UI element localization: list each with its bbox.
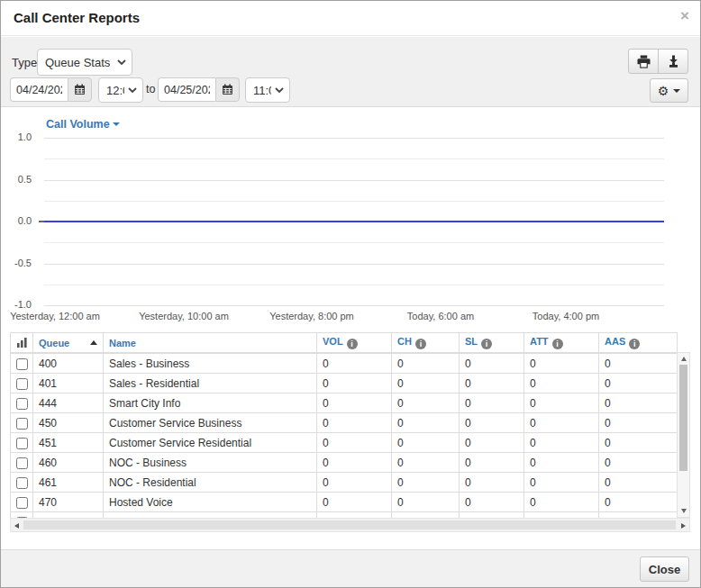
dialog-footer: Close [1,549,700,587]
cell-vol: 0 [317,413,392,433]
column-header-aas[interactable]: AASi [599,333,678,353]
table-row: 461 NOC - Residential 0 0 0 0 0 [11,473,678,493]
start-date-input[interactable] [10,77,68,102]
cell-sl: 0 [460,433,524,453]
info-icon[interactable]: i [347,339,358,349]
y-tick-label: 0.0 [1,215,39,226]
table-row: 444 Smart City Info 0 0 0 0 0 [11,394,678,413]
cell-vol: 0 [317,394,392,413]
cell-aas: 0 [599,354,678,374]
horizontal-scrollbar-thumb[interactable] [23,520,676,529]
report-type-select[interactable]: Queue Stats [38,50,132,75]
scroll-right-arrow-icon[interactable] [681,523,686,529]
toolbar: Type: Queue Stats 12:00 [1,37,700,107]
cell-vol: 0 [317,354,392,374]
column-header-att[interactable]: ATTi [524,333,599,353]
column-header-vol[interactable]: VOLi [317,333,392,353]
y-tick-label: -1.0 [1,299,39,310]
row-select-cell [11,493,33,512]
cell-queue: 460 [33,453,104,473]
cell-sl: 0 [460,493,524,512]
cell-ch: 0 [392,433,460,453]
cell-sl: 0 [460,374,524,394]
end-time-select[interactable]: 11:00 [246,78,289,102]
row-checkbox[interactable] [16,438,28,449]
cell-vol: 0 [317,374,392,394]
bar-chart-icon [16,337,28,348]
cell-queue: 401 [33,374,104,394]
start-time-select-wrap: 12:00 [98,77,143,103]
close-button[interactable]: Close [640,556,689,582]
cell-sl: 0 [460,354,524,374]
table-header: Queue Name VOLi CHi SLi ATTi AASi [10,332,678,353]
cell-queue: 444 [33,394,104,413]
cell-ch: 0 [392,394,460,413]
cell-aas: 0 [599,394,678,413]
x-tick-label: Today, 6:00 am [407,311,474,321]
x-tick-label: Today, 4:00 pm [533,311,599,321]
table-row: 401 Sales - Residential 0 0 0 0 0 [11,374,678,394]
cell-name: NOC - Business [104,453,317,473]
cell-att: 0 [524,413,599,433]
download-button[interactable] [658,49,688,74]
row-checkbox[interactable] [16,477,28,489]
column-header-name[interactable]: Name [104,333,317,353]
column-header-sl[interactable]: SLi [460,333,524,353]
column-header-ch[interactable]: CHi [392,333,460,353]
row-checkbox[interactable] [16,378,28,390]
info-icon[interactable]: i [552,339,563,349]
queue-stats-table: Queue Name VOLi CHi SLi ATTi AASi [10,332,677,519]
vertical-scrollbar[interactable] [677,352,690,518]
gridline [44,201,664,202]
end-date-calendar-button[interactable] [215,77,240,102]
table-row: 400 Sales - Business 0 0 0 0 0 [11,354,678,374]
cell-sl: 0 [460,413,524,433]
cell-queue: 451 [33,433,104,453]
print-button[interactable] [628,49,659,74]
caret-down-icon [673,89,680,93]
column-header-chart[interactable] [11,333,33,353]
row-checkbox[interactable] [16,398,28,410]
start-time-select[interactable]: 12:00 [99,78,142,102]
horizontal-scrollbar[interactable] [10,518,690,532]
start-date-group [10,77,92,102]
cell-att: 0 [524,493,599,512]
cell-ch: 0 [392,493,460,512]
report-type-select-wrap: Queue Stats [37,49,132,76]
end-date-input[interactable] [158,77,215,102]
settings-dropdown-button[interactable]: ⚙ [650,78,688,103]
row-checkbox[interactable] [16,497,28,509]
info-icon[interactable]: i [629,339,640,349]
cell-name: Customer Service Business [104,413,317,433]
y-tick-label: -0.5 [1,258,39,268]
column-header-queue[interactable]: Queue [33,333,104,353]
cell-ch: 0 [392,453,460,473]
table-body-viewport: 400 Sales - Business 0 0 0 0 0 401 S [10,353,677,519]
row-checkbox[interactable] [16,457,28,469]
cell-queue: 400 [33,354,104,374]
cell-ch: 0 [392,374,460,394]
start-date-calendar-button[interactable] [68,77,92,102]
scroll-up-arrow-icon[interactable] [681,357,687,361]
cell-att: 0 [524,394,599,413]
vertical-scrollbar-thumb[interactable] [679,365,687,471]
info-icon[interactable]: i [415,339,426,349]
row-checkbox[interactable] [16,358,28,370]
calendar-icon [74,84,86,95]
gear-icon: ⚙ [658,85,669,97]
export-button-group [628,49,688,74]
chart-metric-selector[interactable]: Call Volume [46,118,120,131]
cell-name: Sales - Business [104,354,317,374]
table-row: 450 Customer Service Business 0 0 0 0 0 [11,413,678,433]
row-select-cell [11,413,33,433]
scroll-left-arrow-icon[interactable] [14,523,19,529]
row-checkbox[interactable] [16,418,28,430]
cell-vol: 0 [317,433,392,453]
gridline [44,285,664,285]
close-icon[interactable]: × [680,8,689,23]
scroll-down-arrow-icon[interactable] [681,509,687,513]
x-tick-label: Yesterday, 8:00 pm [269,311,354,321]
row-select-cell [11,354,33,374]
info-icon[interactable]: i [481,339,492,349]
cell-name: NOC - Residential [104,473,317,493]
